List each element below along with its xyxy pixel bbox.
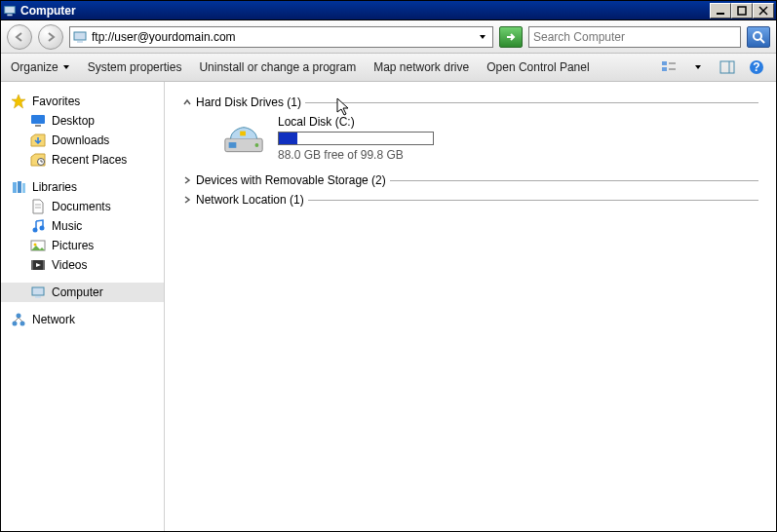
music-icon <box>30 218 46 234</box>
pictures-icon <box>30 238 46 253</box>
help-button[interactable]: ? <box>747 57 766 77</box>
search-input[interactable] <box>533 30 736 44</box>
svg-rect-34 <box>32 287 44 295</box>
view-options-button[interactable] <box>659 57 679 77</box>
svg-rect-40 <box>229 142 237 148</box>
svg-rect-33 <box>43 260 45 270</box>
view-dropdown-button[interactable] <box>688 57 708 77</box>
videos-icon <box>30 257 46 273</box>
svg-rect-23 <box>22 183 25 193</box>
address-bar[interactable] <box>69 26 493 48</box>
uninstall-button[interactable]: Uninstall or change a program <box>199 60 356 74</box>
close-button[interactable] <box>753 3 774 19</box>
svg-point-27 <box>40 226 45 231</box>
drive-usage-bar <box>278 132 434 145</box>
section-netloc[interactable]: Network Location (1) <box>182 193 758 207</box>
expand-icon <box>182 195 192 205</box>
section-removable-label: Devices with Removable Storage (2) <box>196 173 386 187</box>
libraries-icon <box>11 179 26 195</box>
libraries-header[interactable]: Libraries <box>11 177 154 197</box>
svg-rect-22 <box>18 181 21 193</box>
back-button[interactable] <box>7 24 32 50</box>
divider <box>390 180 758 181</box>
star-icon <box>11 94 26 109</box>
desktop-icon <box>30 113 46 129</box>
computer-icon <box>3 4 17 18</box>
svg-rect-7 <box>77 41 83 43</box>
search-button[interactable] <box>747 26 770 48</box>
svg-rect-1 <box>7 14 12 16</box>
documents-icon <box>30 199 46 214</box>
control-panel-button[interactable]: Open Control Panel <box>486 60 589 74</box>
forward-button[interactable] <box>38 24 63 50</box>
go-button[interactable] <box>499 26 523 48</box>
svg-point-38 <box>20 322 25 326</box>
content-pane: Hard Disk Drives (1) Local Disk (C:) 88.… <box>165 82 776 531</box>
drive-item[interactable]: Local Disk (C:) 88.0 GB free of 99.8 GB <box>221 115 758 162</box>
collapse-icon <box>182 97 192 107</box>
organize-button[interactable]: Organize <box>11 60 70 74</box>
svg-rect-3 <box>738 7 746 15</box>
divider <box>308 200 758 201</box>
svg-point-36 <box>17 314 21 319</box>
divider <box>305 102 758 103</box>
section-netloc-label: Network Location (1) <box>196 193 304 207</box>
sidebar-item-pictures[interactable]: Pictures <box>11 236 154 255</box>
system-properties-button[interactable]: System properties <box>88 60 182 74</box>
sidebar-item-recent[interactable]: Recent Places <box>11 150 154 170</box>
sidebar-item-music[interactable]: Music <box>11 216 154 236</box>
sidebar-item-documents[interactable]: Documents <box>11 197 154 216</box>
svg-text:?: ? <box>753 60 759 74</box>
chevron-down-icon <box>62 63 70 71</box>
svg-line-9 <box>760 39 764 43</box>
svg-rect-32 <box>31 260 33 270</box>
downloads-icon <box>30 133 46 148</box>
svg-rect-14 <box>720 61 734 73</box>
svg-point-37 <box>13 322 18 326</box>
window-controls <box>710 3 774 19</box>
drive-name: Local Disk (C:) <box>278 115 434 129</box>
svg-rect-42 <box>240 131 246 135</box>
computer-icon <box>30 285 46 300</box>
window-title: Computer <box>20 4 710 18</box>
recent-icon <box>30 152 46 168</box>
sidebar-item-computer[interactable]: Computer <box>1 283 164 302</box>
svg-rect-6 <box>74 32 86 40</box>
sidebar-item-downloads[interactable]: Downloads <box>11 131 154 150</box>
preview-pane-button[interactable] <box>718 57 737 77</box>
drive-free-text: 88.0 GB free of 99.8 GB <box>278 148 434 162</box>
address-input[interactable] <box>92 28 475 46</box>
hard-disk-icon <box>221 121 266 156</box>
svg-rect-18 <box>31 115 45 124</box>
network-icon <box>11 312 26 327</box>
navigation-bar <box>1 20 776 54</box>
map-drive-button[interactable]: Map network drive <box>373 60 469 74</box>
svg-point-8 <box>754 32 761 40</box>
section-hdd[interactable]: Hard Disk Drives (1) <box>182 95 758 109</box>
title-bar: Computer <box>1 1 776 20</box>
svg-point-41 <box>255 143 259 147</box>
svg-rect-35 <box>35 296 41 298</box>
maximize-button[interactable] <box>731 3 753 19</box>
address-dropdown-button[interactable] <box>475 33 490 41</box>
section-hdd-label: Hard Disk Drives (1) <box>196 95 301 109</box>
svg-rect-19 <box>35 125 41 127</box>
sidebar-item-videos[interactable]: Videos <box>11 255 154 275</box>
svg-rect-21 <box>13 182 17 193</box>
libraries-label: Libraries <box>32 180 77 194</box>
computer-icon <box>72 29 88 45</box>
sidebar-item-desktop[interactable]: Desktop <box>11 111 154 131</box>
section-removable[interactable]: Devices with Removable Storage (2) <box>182 173 758 187</box>
expand-icon <box>182 175 192 185</box>
command-toolbar: Organize System properties Uninstall or … <box>1 54 776 82</box>
navigation-pane: Favorites Desktop Downloads Recent Place… <box>1 82 165 531</box>
search-box[interactable] <box>528 26 741 48</box>
svg-rect-11 <box>662 67 667 71</box>
favorites-header[interactable]: Favorites <box>11 92 154 111</box>
minimize-button[interactable] <box>710 3 731 19</box>
svg-rect-10 <box>662 61 667 65</box>
favorites-label: Favorites <box>32 95 80 108</box>
sidebar-item-network[interactable]: Network <box>11 310 154 329</box>
svg-rect-0 <box>5 6 16 13</box>
